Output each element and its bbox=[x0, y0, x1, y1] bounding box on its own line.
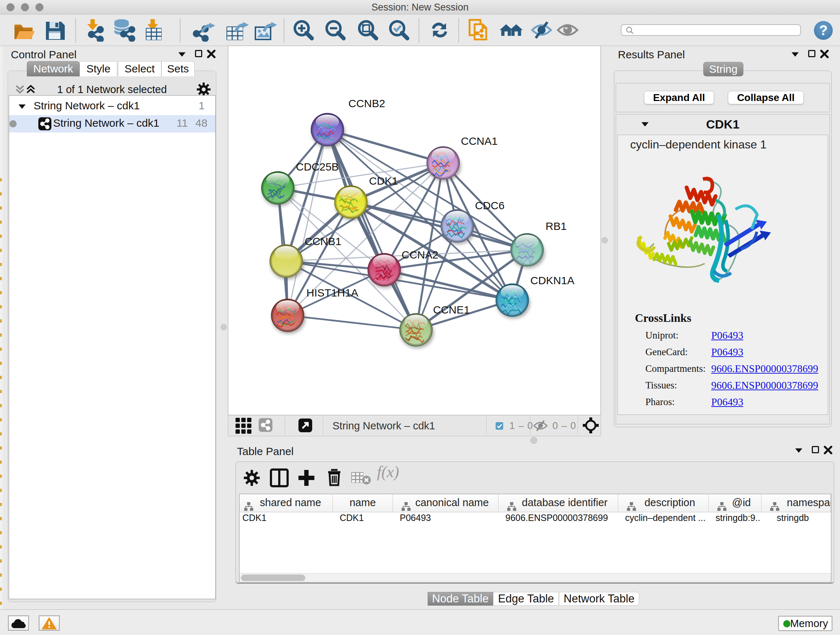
svg-text:CDC25B: CDC25B bbox=[296, 161, 339, 173]
svg-text:CCNA2: CCNA2 bbox=[401, 249, 439, 261]
svg-text:RB1: RB1 bbox=[546, 220, 567, 232]
svg-text:CCNB1: CCNB1 bbox=[305, 235, 341, 247]
svg-text:CDC6: CDC6 bbox=[475, 200, 505, 211]
svg-text:HIST1H1A: HIST1H1A bbox=[306, 287, 358, 299]
svg-text:CDK1: CDK1 bbox=[369, 175, 398, 187]
svg-text:CCNE1: CCNE1 bbox=[433, 304, 470, 316]
svg-text:CDKN1A: CDKN1A bbox=[531, 274, 575, 287]
svg-text:CCNA1: CCNA1 bbox=[461, 135, 498, 147]
svg-text:CCNB2: CCNB2 bbox=[348, 97, 385, 109]
